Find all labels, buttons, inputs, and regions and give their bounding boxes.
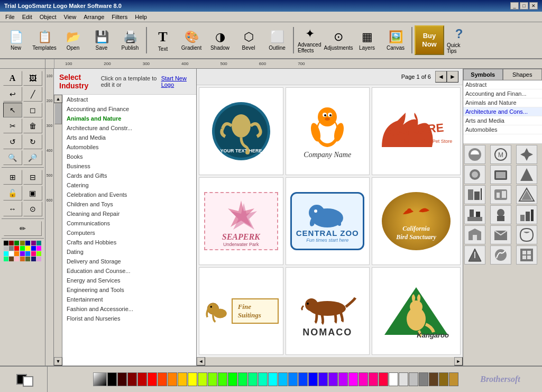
mini-swatch[interactable]	[20, 251, 25, 256]
tool-node[interactable]: ◻	[23, 103, 42, 117]
color-swatch[interactable]	[379, 372, 388, 386]
industry-item-books[interactable]: Books	[62, 152, 196, 161]
bg-color-box[interactable]	[23, 376, 33, 387]
symbol-icon-9[interactable]	[516, 185, 537, 204]
canvas-button[interactable]: 🖼️ Canvas	[382, 24, 409, 56]
mini-swatch[interactable]	[4, 246, 8, 251]
menu-filters[interactable]: Filters	[108, 13, 131, 21]
bevel-button[interactable]: ⬡ Bevel	[235, 24, 262, 56]
buy-now-button[interactable]: Buy Now	[415, 25, 444, 55]
tool-edit[interactable]: ✏	[4, 221, 42, 236]
template-3[interactable]: CATCARE The Complete Pet Store	[372, 87, 461, 175]
symbols-abstract[interactable]: Abstract	[463, 80, 542, 89]
color-swatch[interactable]	[178, 372, 187, 386]
color-swatch[interactable]	[399, 372, 408, 386]
symbols-accounting[interactable]: Accounting and Finan...	[463, 89, 542, 98]
mini-swatch[interactable]	[14, 241, 19, 245]
industry-item-automobiles[interactable]: Automobiles	[62, 142, 196, 152]
industry-item-fashion[interactable]: Fashion and Accessorie...	[62, 304, 196, 314]
tab-shapes[interactable]: Shapes	[503, 69, 543, 80]
template-7[interactable]: Fine Suitings	[199, 267, 283, 355]
mini-swatch[interactable]	[36, 257, 41, 261]
color-swatch[interactable]	[238, 372, 247, 386]
menu-edit[interactable]: Edit	[19, 13, 35, 21]
tool-text[interactable]: A	[3, 71, 22, 86]
industry-item-crafts[interactable]: Crafts and Hobbies	[62, 238, 196, 247]
template-4[interactable]: SEAPERK Underwater Park	[199, 177, 283, 265]
industry-item-energy[interactable]: Energy and Services	[62, 276, 196, 285]
color-swatch[interactable]	[218, 372, 227, 386]
color-swatch[interactable]	[369, 372, 378, 386]
symbol-icon-4[interactable]	[464, 165, 485, 184]
mini-swatch[interactable]	[20, 241, 25, 245]
tool-redo[interactable]: ↻	[23, 134, 42, 149]
tool-zoom-in[interactable]: 🔍	[3, 150, 22, 165]
tool-distribute[interactable]: ⊟	[23, 170, 42, 185]
symbol-icon-7[interactable]	[464, 185, 485, 204]
color-swatch-green[interactable]	[228, 372, 237, 386]
industry-item-celebration[interactable]: Celebration and Events	[62, 190, 196, 199]
menu-object[interactable]: Object	[36, 13, 60, 21]
tool-undo[interactable]: ↩	[3, 87, 22, 102]
tab-symbols[interactable]: Symbols	[463, 69, 503, 80]
mini-swatch[interactable]	[14, 257, 19, 261]
next-page-button[interactable]: ►	[447, 71, 458, 83]
color-swatch[interactable]	[288, 372, 298, 386]
template-2[interactable]: Company Name	[286, 87, 370, 175]
industry-item-children[interactable]: Children and Toys	[62, 199, 196, 209]
color-swatch[interactable]	[338, 372, 348, 386]
minimize-button[interactable]: _	[510, 2, 519, 10]
mini-swatch[interactable]	[9, 257, 14, 261]
symbol-icon-1[interactable]	[464, 145, 485, 164]
mini-swatch[interactable]	[14, 246, 19, 251]
menu-file[interactable]: File	[2, 13, 18, 21]
color-swatch[interactable]	[248, 372, 258, 386]
industry-item-catering[interactable]: Catering	[62, 180, 196, 190]
color-swatch[interactable]	[198, 372, 207, 386]
maximize-button[interactable]: □	[520, 2, 528, 10]
color-swatch-blue[interactable]	[308, 372, 318, 386]
color-swatch-yellow[interactable]	[188, 372, 197, 386]
industry-item-architecture[interactable]: Architecture and Constr...	[62, 123, 196, 133]
industry-item-entertainment[interactable]: Entertainment	[62, 295, 196, 304]
mini-swatch[interactable]	[36, 241, 41, 245]
industry-item-florist[interactable]: Florist and Nurseries	[62, 314, 196, 323]
text-button[interactable]: T Text	[149, 24, 177, 56]
publish-button[interactable]: 🖨️ Publish	[116, 24, 144, 56]
color-swatch[interactable]	[328, 372, 338, 386]
symbol-icon-15[interactable]	[516, 225, 537, 244]
scroll-thumb[interactable]	[54, 103, 62, 124]
color-swatch[interactable]	[208, 372, 217, 386]
symbols-arts[interactable]: Arts and Media	[463, 116, 542, 125]
mini-swatch[interactable]	[31, 251, 36, 256]
mini-swatch[interactable]	[31, 241, 36, 245]
scroll-left-button[interactable]: ◄	[197, 357, 205, 366]
symbol-icon-6[interactable]	[516, 165, 537, 184]
industry-item-cleaning[interactable]: Cleaning and Repair	[62, 209, 196, 218]
industry-item-education[interactable]: Education and Counse...	[62, 266, 196, 276]
color-swatch[interactable]	[137, 372, 147, 386]
outline-button[interactable]: ⬜ Outline	[263, 24, 291, 56]
symbol-icon-14[interactable]	[490, 225, 511, 244]
scroll-right-button[interactable]: ►	[454, 357, 463, 366]
color-swatch[interactable]	[449, 372, 458, 386]
mini-swatch[interactable]	[9, 251, 14, 256]
tool-cut[interactable]: ✂	[3, 118, 22, 133]
color-swatch[interactable]	[439, 372, 448, 386]
industry-item-abstract[interactable]: Abstract	[62, 95, 196, 104]
mini-swatch[interactable]	[9, 241, 14, 245]
symbol-icon-16[interactable]	[464, 245, 485, 265]
mini-swatch[interactable]	[31, 257, 36, 261]
mini-swatch[interactable]	[25, 246, 30, 251]
mini-swatch[interactable]	[20, 246, 25, 251]
prev-page-button[interactable]: ◄	[435, 71, 447, 83]
industry-item-delivery[interactable]: Delivery and Storage	[62, 257, 196, 266]
symbol-icon-3[interactable]	[516, 145, 537, 164]
tool-undo2[interactable]: ↺	[3, 134, 22, 149]
mini-swatch[interactable]	[20, 257, 25, 261]
scroll-up-button[interactable]: ▲	[54, 95, 62, 103]
tool-line[interactable]: ╱	[23, 87, 42, 102]
menu-help[interactable]: Help	[132, 13, 150, 21]
tool-lock[interactable]: 🔓	[3, 186, 22, 200]
industry-item-dating[interactable]: Dating	[62, 247, 196, 257]
